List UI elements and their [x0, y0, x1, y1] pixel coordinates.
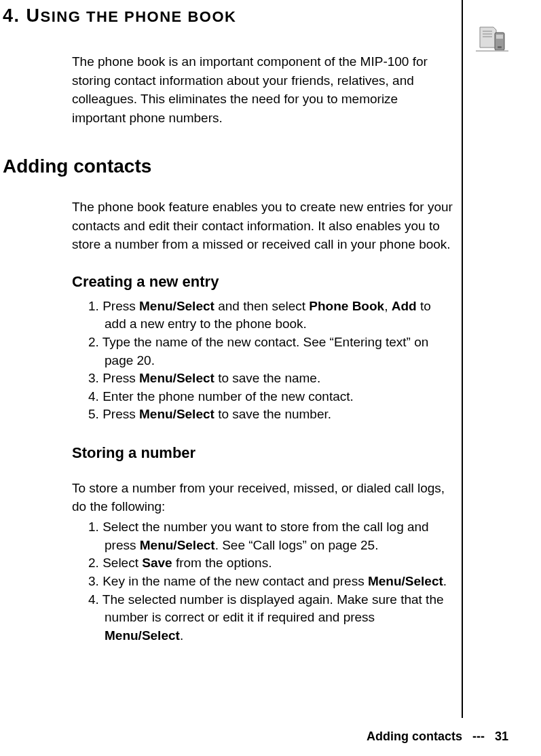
list-item: 4. Enter the phone number of the new con… [72, 388, 453, 406]
chapter-title: 4. USING THE PHONE BOOK [3, 5, 453, 26]
list-item: 3. Press Menu/Select to save the name. [72, 370, 453, 388]
storing-number-list: 1. Select the number you want to store f… [72, 518, 453, 645]
list-item: 1. Press Menu/Select and then select Pho… [72, 298, 453, 334]
page-container: 4. USING THE PHONE BOOK The phone book i… [0, 0, 541, 756]
list-item: 4. The selected number is displayed agai… [72, 591, 453, 645]
chapter-title-prefix: U [26, 5, 41, 26]
section-heading: Adding contacts [3, 156, 453, 177]
footer-separator: --- [472, 730, 485, 743]
list-item: 5. Press Menu/Select to save the number. [72, 406, 453, 424]
list-item: 2. Type the name of the new contact. See… [72, 334, 453, 370]
section-paragraph: The phone book feature enables you to cr… [72, 198, 453, 254]
chapter-number: 4. [3, 5, 20, 26]
subsection-heading-storing: Storing a number [72, 444, 453, 462]
footer-section-label: Adding contacts [367, 730, 462, 743]
list-item: 3. Key in the name of the new contact an… [72, 573, 453, 591]
creating-entry-list: 1. Press Menu/Select and then select Pho… [72, 298, 453, 424]
page-footer: Adding contacts --- 31 [367, 730, 508, 744]
content-area: 4. USING THE PHONE BOOK The phone book i… [0, 0, 541, 645]
list-item: 1. Select the number you want to store f… [72, 518, 453, 554]
svg-rect-5 [498, 46, 502, 48]
storing-paragraph: To store a number from your received, mi… [72, 480, 453, 516]
subsection-heading-creating: Creating a new entry [72, 273, 453, 291]
chapter-title-rest: SING THE PHONE BOOK [41, 8, 237, 25]
intro-paragraph: The phone book is an important component… [72, 52, 453, 127]
footer-page-number: 31 [495, 730, 508, 743]
list-item: 2. Select Save from the options. [72, 554, 453, 573]
svg-rect-4 [496, 35, 503, 39]
vertical-divider [462, 0, 463, 718]
phone-book-icon [476, 24, 508, 52]
